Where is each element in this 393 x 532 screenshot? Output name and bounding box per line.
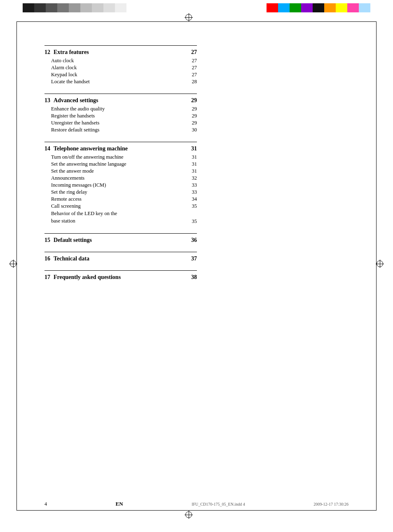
list-item: Set the ring delay 33 xyxy=(44,189,197,196)
section-page-12: 27 xyxy=(191,49,197,56)
item-page: 29 xyxy=(187,113,197,119)
item-page: 33 xyxy=(187,182,197,188)
item-page: 27 xyxy=(187,58,197,64)
item-label: Enhance the audio quality xyxy=(44,106,105,112)
item-label: Auto clock xyxy=(44,58,74,64)
reg-mark-left xyxy=(9,260,17,268)
section-title-13: 13 xyxy=(44,97,50,104)
toc-section-16: 16 Technical data 37 xyxy=(44,252,197,262)
item-label: Keypad lock xyxy=(44,72,77,78)
list-item: Set the answering machine language 31 xyxy=(44,161,197,168)
page-border-right xyxy=(376,21,377,511)
footer-page-number: 4 xyxy=(44,501,47,507)
section-title-16: 16 xyxy=(44,255,50,262)
section-page-17: 38 xyxy=(191,274,197,281)
reg-mark-top xyxy=(185,13,193,21)
section-label-16: Technical data xyxy=(54,255,191,262)
list-item: Alarm clock 27 xyxy=(44,64,197,71)
item-label: Locate the handset xyxy=(44,79,90,85)
page-footer: 4 EN IFU_CD170-175_05_EN.indd 4 2009-12-… xyxy=(44,501,349,507)
item-label: Unregister the handsets xyxy=(44,120,99,126)
section-page-13: 29 xyxy=(191,97,197,104)
section-header-17: 17 Frequently asked questions 38 xyxy=(44,274,197,281)
list-item: Remote access 34 xyxy=(44,196,197,203)
page-border-top xyxy=(16,21,377,22)
list-item: Auto clock 27 xyxy=(44,57,197,64)
list-item: Locate the handset 28 xyxy=(44,78,197,85)
divider-16 xyxy=(44,252,197,252)
divider-14 xyxy=(44,142,197,142)
section-label-17: Frequently asked questions xyxy=(54,274,191,281)
item-label: Remote access xyxy=(44,196,82,202)
section-header-12: 12 Extra features 27 xyxy=(44,49,197,56)
list-item: Call screening 35 xyxy=(44,203,197,210)
list-item: Set the answer mode 31 xyxy=(44,168,197,175)
item-label: Alarm clock xyxy=(44,65,77,71)
item-page: 30 xyxy=(187,127,197,133)
section-page-15: 36 xyxy=(191,237,197,244)
divider-12 xyxy=(44,45,197,46)
item-page: 28 xyxy=(187,79,197,85)
section-label-14: Telephone answering machine xyxy=(54,145,191,152)
footer-timestamp: 2009-12-17 17:30:26 xyxy=(313,502,349,506)
section-header-13: 13 Advanced settings 29 xyxy=(44,97,197,104)
item-label: Register the handsets xyxy=(44,113,95,119)
item-page: 27 xyxy=(187,72,197,78)
footer-language: EN xyxy=(116,501,123,507)
divider-17 xyxy=(44,270,197,271)
list-item: Keypad lock 27 xyxy=(44,71,197,78)
section-label-15: Default settings xyxy=(54,237,191,244)
section-title-14: 14 xyxy=(44,145,50,152)
item-page: 29 xyxy=(187,120,197,126)
section-page-16: 37 xyxy=(191,255,197,262)
section-header-14: 14 Telephone answering machine 31 xyxy=(44,145,197,152)
list-item: Register the handsets 29 xyxy=(44,112,197,120)
item-label: Incoming messages (ICM) xyxy=(44,182,106,188)
divider-13 xyxy=(44,94,197,94)
section-label-12: Extra features xyxy=(54,49,191,56)
section-header-16: 16 Technical data 37 xyxy=(44,255,197,262)
toc-section-15: 15 Default settings 36 xyxy=(44,233,197,244)
item-page: 29 xyxy=(187,106,197,112)
item-label: Set the answering machine language xyxy=(44,161,126,167)
divider-15 xyxy=(44,233,197,234)
list-item: Incoming messages (ICM) 33 xyxy=(44,182,197,189)
item-label: Set the answer mode xyxy=(44,168,94,174)
color-bar-left xyxy=(23,3,126,12)
item-page: 35 xyxy=(187,203,197,209)
item-page: 27 xyxy=(187,65,197,71)
item-label-multiline: Behavior of the LED key on thebase stati… xyxy=(44,210,117,225)
list-item: Behavior of the LED key on thebase stati… xyxy=(44,210,197,225)
color-bar-right xyxy=(267,3,370,12)
list-item: Restore default settings 30 xyxy=(44,127,197,134)
item-label: Restore default settings xyxy=(44,127,99,133)
item-page: 31 xyxy=(187,161,197,167)
section-header-15: 15 Default settings 36 xyxy=(44,237,197,244)
page-border-bottom xyxy=(16,510,377,511)
reg-mark-bottom xyxy=(185,511,193,519)
item-page: 33 xyxy=(187,189,197,195)
toc-content: 12 Extra features 27 Auto clock 27 Alarm… xyxy=(44,45,197,289)
item-label: Turn on/off the answering machine xyxy=(44,154,124,160)
section-title-17: 17 xyxy=(44,274,50,281)
toc-section-13: 13 Advanced settings 29 Enhance the audi… xyxy=(44,94,197,134)
list-item: Unregister the handsets 29 xyxy=(44,120,197,127)
section-label-13: Advanced settings xyxy=(54,97,191,104)
list-item: Enhance the audio quality 29 xyxy=(44,105,197,112)
item-label: Announcements xyxy=(44,175,84,181)
reg-mark-right xyxy=(376,260,384,268)
section-page-14: 31 xyxy=(191,145,197,152)
item-page: 31 xyxy=(187,154,197,160)
item-page: 34 xyxy=(187,196,197,202)
item-page: 35 xyxy=(187,218,197,225)
list-item: Announcements 32 xyxy=(44,175,197,182)
list-item: Turn on/off the answering machine 31 xyxy=(44,154,197,161)
toc-section-12: 12 Extra features 27 Auto clock 27 Alarm… xyxy=(44,45,197,85)
toc-section-17: 17 Frequently asked questions 38 xyxy=(44,270,197,281)
section-title-12: 12 xyxy=(44,49,50,56)
footer-filename: IFU_CD170-175_05_EN.indd 4 xyxy=(192,502,245,506)
section-title-15: 15 xyxy=(44,237,50,244)
item-label: Call screening xyxy=(44,203,81,209)
item-page: 32 xyxy=(187,175,197,181)
item-label: Set the ring delay xyxy=(44,189,87,195)
